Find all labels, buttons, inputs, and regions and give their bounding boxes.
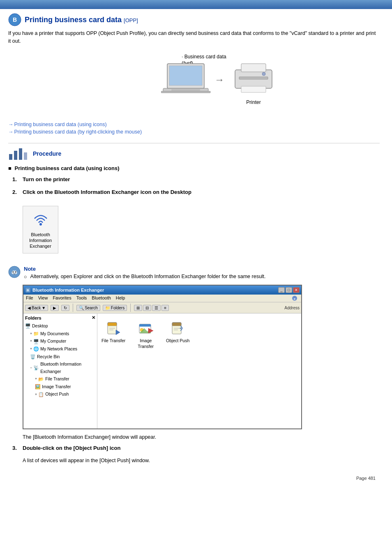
menu-help[interactable]: Help: [116, 295, 125, 301]
folders-close-button[interactable]: ✕: [92, 315, 95, 320]
back-label: Back: [32, 306, 41, 310]
content-image-transfer[interactable]: ImageTransfer: [138, 322, 154, 349]
link-row-2[interactable]: Printing business card data (by right-cl…: [8, 129, 380, 135]
printer-area: Printer: [231, 60, 276, 105]
svg-rect-11: [241, 64, 266, 72]
view-icons[interactable]: ⊟: [143, 305, 151, 311]
svg-point-20: [39, 223, 42, 226]
my-network-icon: 🌐: [33, 345, 39, 353]
step-2-text: Click on the Bluetooth Information Excha…: [23, 189, 191, 195]
folders-button[interactable]: 📁 Folders: [103, 305, 127, 311]
my-documents-icon: 📁: [33, 330, 39, 338]
forward-button[interactable]: ▶: [51, 305, 59, 311]
top-bar: [0, 0, 392, 9]
expand-bt-exchanger[interactable]: −: [30, 365, 32, 371]
maximize-button[interactable]: □: [286, 287, 292, 293]
note-bullet: ○: [24, 274, 27, 280]
note-container: Note ○ Alternatively, open Explorer and …: [8, 266, 380, 280]
step-1-number: 1.: [12, 176, 23, 182]
close-button[interactable]: ✕: [293, 287, 300, 293]
svg-rect-36: [139, 326, 151, 327]
bluetooth-wireless-icon: [30, 210, 51, 229]
content-file-transfer[interactable]: File Transfer: [101, 322, 125, 344]
folders-header-text: Folders: [25, 315, 42, 320]
image-transfer-content-label: ImageTransfer: [138, 338, 154, 349]
title-text: Printing business card data: [25, 16, 122, 24]
minimize-button[interactable]: _: [278, 287, 285, 293]
expand-my-computer[interactable]: +: [30, 338, 32, 344]
step-2: 2. Click on the Bluetooth Information Ex…: [12, 189, 380, 195]
file-transfer-icon: 📂: [38, 375, 44, 383]
address-label: Address: [284, 306, 300, 310]
menu-file[interactable]: File: [26, 295, 33, 301]
folders-header: Folders ✕: [25, 315, 95, 320]
svg-point-22: [13, 272, 14, 273]
menu-bluetooth[interactable]: Bluetooth: [92, 295, 111, 301]
folder-file-transfer[interactable]: + 📂 File Transfer: [35, 375, 95, 383]
content-object-push[interactable]: Object Push: [166, 322, 189, 344]
diagram-container: · Business card data (*vcf): [8, 53, 380, 111]
explorer-titlebar: B Bluetooth Information Exchanger _ □ ✕: [23, 286, 301, 295]
folder-my-documents[interactable]: + 📁 My Documents: [30, 330, 95, 338]
step-3-list: 3. Double-click on the [Object Push] ico…: [12, 445, 380, 451]
view-list[interactable]: ☰: [152, 305, 161, 311]
folder-object-push[interactable]: + 📋 Object Push: [35, 391, 95, 398]
object-push-label: Object Push: [45, 391, 69, 398]
step-3: 3. Double-click on the [Object Push] ico…: [12, 445, 380, 451]
note-icon: [8, 266, 21, 278]
folder-my-computer[interactable]: + 🖥️ My Computer: [30, 338, 95, 345]
menu-favorites[interactable]: Favorites: [53, 295, 71, 301]
biz-card-line1: · Business card data: [182, 53, 226, 60]
svg-point-45: [180, 328, 181, 329]
section-heading: Printing business card data (using icons…: [8, 165, 380, 171]
folder-desktop[interactable]: 🖥️ Desktop: [25, 322, 95, 330]
address-bar: Address: [171, 306, 300, 310]
svg-text:B: B: [13, 16, 17, 23]
refresh-button[interactable]: ↻: [61, 305, 69, 311]
svg-text:B: B: [27, 288, 29, 292]
file-transfer-content-label: File Transfer: [101, 338, 125, 344]
menu-view[interactable]: View: [38, 295, 48, 301]
toolbar-separator: [73, 304, 73, 312]
title-icon: B: [8, 13, 21, 26]
link-using-icons[interactable]: Printing business card data (using icons…: [8, 122, 107, 127]
view-tiles[interactable]: ⊞: [134, 305, 142, 311]
recycle-bin-icon: 🗑️: [30, 353, 36, 361]
link-row-1[interactable]: Printing business card data (using icons…: [8, 121, 380, 127]
explorer-body: Folders ✕ 🖥️ Desktop + 📁 My Documents +: [23, 313, 301, 428]
folder-recycle-bin[interactable]: 🗑️ Recycle Bin: [30, 353, 95, 361]
svg-rect-19: [24, 152, 27, 160]
image-transfer-label: Image Transfer: [42, 383, 71, 391]
expand-object-push[interactable]: +: [35, 391, 37, 398]
expand-my-documents[interactable]: +: [30, 331, 32, 337]
explorer-title-label: Bluetooth Information Exchanger: [32, 288, 104, 292]
step-3-number: 3.: [12, 445, 23, 451]
diagram-inner: · Business card data (*vcf): [108, 53, 280, 111]
link-right-click[interactable]: Printing business card data (by right-cl…: [8, 129, 142, 135]
expand-file-transfer[interactable]: +: [35, 376, 37, 382]
printer-label: Printer: [231, 99, 276, 105]
explorer-menubar: File View Favorites Tools Bluetooth Help…: [23, 295, 301, 302]
page-content: B Printing business card data [OPP] If y…: [0, 9, 392, 493]
menu-tools[interactable]: Tools: [76, 295, 87, 301]
svg-point-23: [15, 272, 16, 273]
back-button[interactable]: ◀ Back ▼: [25, 305, 48, 311]
view-details[interactable]: ≡: [161, 305, 169, 311]
procedure-icon: [8, 147, 29, 161]
title-row: B Printing business card data [OPP]: [8, 13, 380, 26]
search-button[interactable]: 🔍 Search: [76, 305, 100, 311]
my-computer-icon: 🖥️: [33, 338, 39, 345]
object-push-content-icon: [171, 322, 185, 336]
folders-panel: Folders ✕ 🖥️ Desktop + 📁 My Documents +: [23, 313, 97, 428]
svg-rect-13: [241, 86, 266, 92]
folder-image-transfer[interactable]: 🖼️ Image Transfer: [35, 383, 95, 391]
win-controls: _ □ ✕: [278, 287, 300, 293]
folder-my-network[interactable]: + 🌐 My Network Places: [30, 345, 95, 353]
folder-bt-exchanger[interactable]: − 📡 Bluetooth Information Exchanger: [30, 361, 95, 375]
expand-my-network[interactable]: +: [30, 346, 32, 352]
bt-icon-box[interactable]: BluetoothInformationExchanger: [23, 206, 58, 254]
desktop-icon: 🖥️: [25, 322, 31, 330]
svg-rect-8: [161, 91, 210, 93]
image-transfer-content-icon: [138, 322, 153, 336]
view-options: ⊞ ⊟ ☰ ≡: [134, 305, 169, 311]
